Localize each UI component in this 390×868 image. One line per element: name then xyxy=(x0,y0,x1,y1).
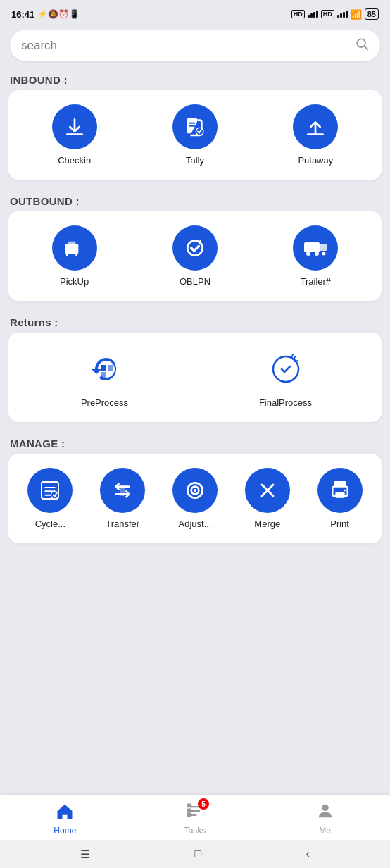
nav-me-label: Me xyxy=(319,826,331,836)
merge-label: Merge xyxy=(254,519,280,529)
transfer-label: Transfer xyxy=(106,519,139,529)
svg-point-32 xyxy=(344,490,346,492)
status-bar: 16:41 ⚡🔕⏰📱 HD HD 📶 85 xyxy=(0,0,390,25)
svg-rect-14 xyxy=(101,365,106,371)
finalprocess-label: FinalProcess xyxy=(259,397,312,408)
merge-button[interactable]: Merge xyxy=(231,465,303,532)
svg-line-18 xyxy=(294,361,298,361)
cycle-button[interactable]: Cycle... xyxy=(14,465,87,532)
trailer-button[interactable]: Trailer# xyxy=(256,223,376,290)
tally-label: Tally xyxy=(186,155,204,166)
outbound-label: OUTBOUND : xyxy=(0,190,390,211)
inbound-label: INBOUND : xyxy=(0,68,390,90)
svg-line-1 xyxy=(365,46,368,50)
returns-label: Returns : xyxy=(0,311,390,333)
status-icons: HD HD 📶 85 xyxy=(291,8,379,20)
transfer-button[interactable]: Transfer xyxy=(87,465,159,532)
svg-point-28 xyxy=(194,489,196,492)
preprocess-label: PreProcess xyxy=(81,397,128,408)
pickup-button[interactable]: PickUp xyxy=(14,223,134,290)
nav-home[interactable]: Home xyxy=(0,801,130,836)
nav-tasks[interactable]: 5 Tasks xyxy=(130,801,260,836)
sys-home-btn[interactable]: □ xyxy=(194,848,201,860)
returns-card: PreProcess FinalProcess xyxy=(8,333,382,422)
adjust-label: Adjust... xyxy=(179,519,212,529)
sys-back-btn[interactable]: ‹ xyxy=(306,848,309,860)
svg-rect-36 xyxy=(188,805,191,807)
bottom-nav: Home 5 Tasks Me xyxy=(0,795,390,840)
svg-point-39 xyxy=(322,805,328,811)
manage-card: Cycle... Transfer Adjust... xyxy=(8,454,382,543)
putaway-label: Putaway xyxy=(298,155,333,166)
putaway-button[interactable]: Putaway xyxy=(256,101,376,168)
nav-home-label: Home xyxy=(54,826,76,836)
tasks-badge: 5 xyxy=(198,798,209,810)
nav-me[interactable]: Me xyxy=(260,801,390,836)
svg-rect-37 xyxy=(188,810,191,812)
print-button[interactable]: Print xyxy=(303,465,376,532)
svg-rect-7 xyxy=(68,242,75,247)
adjust-button[interactable]: Adjust... xyxy=(159,465,232,532)
inbound-card: Checkin Tally Putaway xyxy=(8,90,382,180)
svg-point-8 xyxy=(187,240,202,255)
svg-point-13 xyxy=(322,252,326,256)
search-icon xyxy=(355,37,369,54)
svg-rect-25 xyxy=(120,485,125,496)
pickup-label: PickUp xyxy=(60,276,89,287)
checkin-label: Checkin xyxy=(58,155,91,166)
svg-rect-15 xyxy=(108,365,113,371)
nav-tasks-label: Tasks xyxy=(184,826,206,836)
sys-menu-btn[interactable]: ☰ xyxy=(80,848,90,861)
svg-point-12 xyxy=(315,252,319,256)
svg-rect-9 xyxy=(304,242,320,252)
search-input[interactable] xyxy=(21,39,349,53)
trailer-label: Trailer# xyxy=(301,276,332,287)
tally-button[interactable]: Tally xyxy=(134,101,255,168)
svg-rect-10 xyxy=(320,244,327,251)
cycle-label: Cycle... xyxy=(35,519,65,529)
svg-line-17 xyxy=(293,356,296,359)
search-bar[interactable] xyxy=(10,30,380,61)
system-nav: ☰ □ ‹ xyxy=(0,840,390,868)
battery-level: 85 xyxy=(365,8,379,20)
oblpn-button[interactable]: OBLPN xyxy=(134,223,255,290)
preprocess-button[interactable]: PreProcess xyxy=(14,344,195,411)
oblpn-label: OBLPN xyxy=(180,276,210,287)
svg-point-11 xyxy=(306,252,310,256)
svg-rect-38 xyxy=(188,814,191,817)
checkin-button[interactable]: Checkin xyxy=(14,101,134,168)
outbound-card: PickUp OBLPN Trailer# xyxy=(8,211,382,301)
finalprocess-button[interactable]: FinalProcess xyxy=(195,344,376,411)
status-time: 16:41 ⚡🔕⏰📱 xyxy=(11,9,80,20)
svg-rect-16 xyxy=(101,372,106,378)
manage-label: MANAGE : xyxy=(0,432,390,454)
svg-rect-31 xyxy=(335,492,344,498)
svg-line-19 xyxy=(291,354,293,358)
print-label: Print xyxy=(330,519,349,529)
